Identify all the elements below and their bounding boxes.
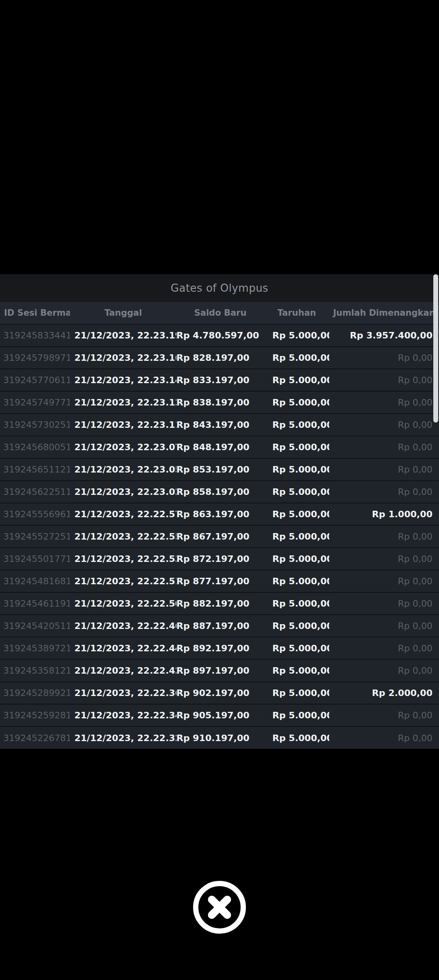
bet-cell: Rp 5.000,00: [264, 347, 329, 369]
amount-won-cell: Rp 1.000,00: [329, 503, 439, 525]
bet-cell: Rp 5.000,00: [264, 592, 329, 615]
new-balance-cell: Rp 828.197,00: [176, 347, 264, 369]
new-balance-cell: Rp 867.197,00: [176, 525, 264, 548]
history-table: ID Sesi Bermain # Tanggal Saldo Baru Tar…: [0, 302, 439, 749]
bet-cell: Rp 5.000,00: [264, 458, 329, 481]
amount-won-cell: Rp 0,00: [329, 615, 439, 637]
session-id-cell: 31924579897104: [0, 347, 70, 369]
new-balance-cell: Rp 848.197,00: [176, 436, 264, 458]
amount-won-cell: Rp 0,00: [329, 414, 439, 436]
table-row: 3192455017710421/12/2023, 22.22.53Rp 872…: [0, 548, 439, 570]
amount-won-cell: Rp 3.957.400,00: [329, 324, 439, 347]
column-header-session-id: ID Sesi Bermain #: [0, 302, 70, 324]
column-header-date: Tanggal: [70, 302, 176, 324]
session-id-cell: 31924565112104: [0, 458, 70, 481]
date-cell: 21/12/2023, 22.22.50: [70, 592, 176, 615]
amount-won-cell: Rp 0,00: [329, 436, 439, 458]
date-cell: 21/12/2023, 22.23.11: [70, 414, 176, 436]
new-balance-cell: Rp 858.197,00: [176, 481, 264, 503]
session-id-cell: 31924568005104: [0, 436, 70, 458]
new-balance-cell: Rp 863.197,00: [176, 503, 264, 525]
bet-cell: Rp 5.000,00: [264, 481, 329, 503]
date-cell: 21/12/2023, 22.22.34: [70, 704, 176, 726]
session-id-cell: 31924562251104: [0, 481, 70, 503]
close-button[interactable]: [193, 881, 246, 934]
table-row: 3192455569610421/12/2023, 22.22.57Rp 863…: [0, 503, 439, 525]
panel-title-bar: Gates of Olympus: [0, 274, 439, 302]
new-balance-cell: Rp 910.197,00: [176, 726, 264, 749]
new-balance-cell: Rp 882.197,00: [176, 592, 264, 615]
date-cell: 21/12/2023, 22.23.05: [70, 458, 176, 481]
amount-won-cell: Rp 0,00: [329, 637, 439, 659]
date-cell: 21/12/2023, 22.23.02: [70, 481, 176, 503]
session-id-cell: 31924583344104: [0, 324, 70, 347]
amount-won-cell: Rp 0,00: [329, 458, 439, 481]
bet-cell: Rp 5.000,00: [264, 682, 329, 704]
new-balance-cell: Rp 887.197,00: [176, 615, 264, 637]
amount-won-cell: Rp 0,00: [329, 525, 439, 548]
date-cell: 21/12/2023, 22.23.14: [70, 369, 176, 391]
game-history-panel: Gates of Olympus ID Sesi Bermain # Tangg…: [0, 274, 439, 749]
table-row: 3192457302510421/12/2023, 22.23.11Rp 843…: [0, 414, 439, 436]
table-header-row: ID Sesi Bermain # Tanggal Saldo Baru Tar…: [0, 302, 439, 324]
table-row: 3192457706110421/12/2023, 22.23.14Rp 833…: [0, 369, 439, 391]
date-cell: 21/12/2023, 22.22.42: [70, 659, 176, 682]
table-row: 3192458334410421/12/2023, 22.23.19Rp 4.7…: [0, 324, 439, 347]
date-cell: 21/12/2023, 22.23.16: [70, 347, 176, 369]
amount-won-cell: Rp 0,00: [329, 570, 439, 592]
amount-won-cell: Rp 0,00: [329, 726, 439, 749]
session-id-cell: 31924546119104: [0, 592, 70, 615]
amount-won-cell: Rp 0,00: [329, 369, 439, 391]
session-id-cell: 31924577061104: [0, 369, 70, 391]
bet-cell: Rp 5.000,00: [264, 548, 329, 570]
date-cell: 21/12/2023, 22.22.44: [70, 637, 176, 659]
new-balance-cell: Rp 843.197,00: [176, 414, 264, 436]
amount-won-cell: Rp 2.000,00: [329, 682, 439, 704]
table-row: 3192456800510421/12/2023, 22.23.07Rp 848…: [0, 436, 439, 458]
date-cell: 21/12/2023, 22.22.53: [70, 548, 176, 570]
bet-cell: Rp 5.000,00: [264, 525, 329, 548]
bet-cell: Rp 5.000,00: [264, 391, 329, 414]
panel-title: Gates of Olympus: [171, 282, 268, 294]
bet-cell: Rp 5.000,00: [264, 324, 329, 347]
table-row: 3192457497710421/12/2023, 22.23.12Rp 838…: [0, 391, 439, 414]
amount-won-cell: Rp 0,00: [329, 347, 439, 369]
session-id-cell: 31924525928104: [0, 704, 70, 726]
new-balance-cell: Rp 833.197,00: [176, 369, 264, 391]
bet-cell: Rp 5.000,00: [264, 570, 329, 592]
table-row: 3192453581210421/12/2023, 22.22.42Rp 897…: [0, 659, 439, 682]
new-balance-cell: Rp 872.197,00: [176, 548, 264, 570]
session-id-cell: 31924542051104: [0, 615, 70, 637]
amount-won-cell: Rp 0,00: [329, 391, 439, 414]
date-cell: 21/12/2023, 22.23.19: [70, 324, 176, 347]
scrollbar-thumb[interactable]: [433, 274, 438, 423]
bet-cell: Rp 5.000,00: [264, 637, 329, 659]
session-id-cell: 31924550177104: [0, 548, 70, 570]
column-header-new-balance: Saldo Baru: [176, 302, 264, 324]
amount-won-cell: Rp 0,00: [329, 704, 439, 726]
table-row: 3192452592810421/12/2023, 22.22.34Rp 905…: [0, 704, 439, 726]
bet-cell: Rp 5.000,00: [264, 414, 329, 436]
amount-won-cell: Rp 0,00: [329, 481, 439, 503]
new-balance-cell: Rp 892.197,00: [176, 637, 264, 659]
session-id-cell: 31924574977104: [0, 391, 70, 414]
new-balance-cell: Rp 853.197,00: [176, 458, 264, 481]
session-id-cell: 31924548168104: [0, 570, 70, 592]
bet-cell: Rp 5.000,00: [264, 615, 329, 637]
date-cell: 21/12/2023, 22.22.32: [70, 726, 176, 749]
session-id-cell: 31924538972104: [0, 637, 70, 659]
bet-cell: Rp 5.000,00: [264, 436, 329, 458]
column-header-amount-won: Jumlah Dimenangkan: [329, 302, 439, 324]
new-balance-cell: Rp 838.197,00: [176, 391, 264, 414]
table-row: 3192454816810421/12/2023, 22.22.51Rp 877…: [0, 570, 439, 592]
session-id-cell: 31924535812104: [0, 659, 70, 682]
table-row: 3192455272510421/12/2023, 22.22.55Rp 867…: [0, 525, 439, 548]
table-row: 3192454205110421/12/2023, 22.22.46Rp 887…: [0, 615, 439, 637]
new-balance-cell: Rp 897.197,00: [176, 659, 264, 682]
amount-won-cell: Rp 0,00: [329, 659, 439, 682]
amount-won-cell: Rp 0,00: [329, 592, 439, 615]
date-cell: 21/12/2023, 22.23.07: [70, 436, 176, 458]
x-icon: [198, 886, 241, 928]
date-cell: 21/12/2023, 22.22.46: [70, 615, 176, 637]
date-cell: 21/12/2023, 22.22.57: [70, 503, 176, 525]
